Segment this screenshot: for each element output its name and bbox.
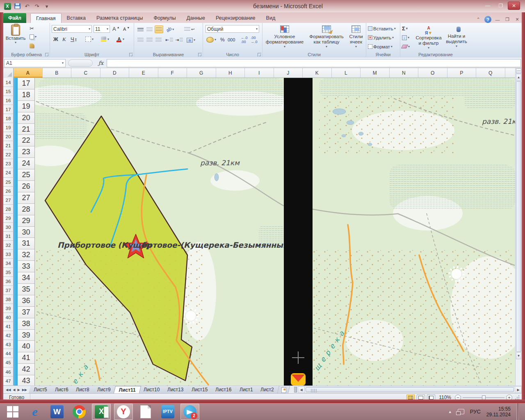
ribbon-tab[interactable]: Разметка страницы [91, 13, 148, 23]
autosum-button[interactable]: Σ▾ [401, 25, 409, 32]
collapse-ribbon-icon[interactable]: ⌃ [475, 16, 482, 23]
align-middle-button[interactable] [146, 25, 153, 33]
row-header[interactable]: 17 [3, 105, 14, 114]
name-box[interactable]: A1 ▾ [4, 59, 66, 67]
column-header[interactable]: C [71, 68, 100, 78]
row-header[interactable]: 16 [3, 96, 14, 105]
save-icon[interactable] [13, 2, 21, 10]
row-header[interactable]: 44 [3, 349, 14, 358]
decrease-indent-button[interactable]: ⇤ [164, 36, 174, 44]
row-header[interactable]: 40 [3, 313, 14, 322]
scroll-right-icon[interactable]: ▶ [515, 387, 521, 393]
doc-close-icon[interactable]: ✕ [514, 16, 521, 23]
column-header[interactable]: O [418, 68, 447, 78]
format-as-table-button[interactable]: Форматировать как таблицу ▾ [307, 25, 346, 48]
row-header[interactable]: 26 [3, 187, 14, 196]
orientation-button[interactable]: ab▾ [165, 25, 175, 33]
column-header[interactable]: I [245, 68, 274, 78]
row-header[interactable]: 15 [3, 87, 14, 96]
row-header[interactable]: 28 [3, 205, 14, 214]
row-header[interactable]: 47 [3, 377, 14, 386]
italic-button[interactable]: К [62, 35, 67, 43]
ribbon-tab[interactable]: Вид [261, 13, 281, 23]
font-size-select[interactable]: 11▾ [94, 25, 110, 33]
cell-styles-button[interactable]: Стили ячеек ▾ [347, 25, 365, 48]
horizontal-scrollbar[interactable]: ◀ ▶ [298, 386, 522, 393]
row-header[interactable]: 14 [3, 78, 14, 87]
grow-font-button[interactable]: A▲ [112, 25, 121, 33]
sheet-tab[interactable]: Лист13 [162, 386, 189, 393]
column-header[interactable]: Q [476, 68, 505, 78]
select-all-corner[interactable] [3, 68, 14, 78]
row-header[interactable]: 20 [3, 132, 14, 141]
sheet-tab[interactable]: Лист16 [210, 386, 237, 393]
sort-filter-button[interactable]: АЯ▼ Сортировка и фильтр ▾ [414, 25, 443, 50]
minimize-button[interactable]: — [482, 2, 494, 10]
column-header[interactable]: L [332, 68, 361, 78]
maximize-button[interactable]: ❐ [495, 2, 507, 10]
font-dialog-launcher[interactable] [129, 53, 133, 57]
ribbon-tab[interactable]: Рецензирование [210, 13, 261, 23]
sheet-tab[interactable]: Лист11 [114, 386, 142, 393]
row-header[interactable]: 36 [3, 277, 14, 286]
row-header[interactable]: 19 [3, 123, 14, 132]
row-header[interactable]: 46 [3, 368, 14, 377]
align-left-button[interactable] [137, 36, 144, 44]
paste-button[interactable]: Вставить ▾ [6, 25, 25, 44]
align-bottom-button[interactable] [155, 25, 163, 33]
clock[interactable]: 15:55 29.11.2024 [486, 406, 511, 418]
column-header[interactable]: M [361, 68, 390, 78]
format-painter-button[interactable] [29, 42, 35, 50]
number-dialog-launcher[interactable] [258, 53, 261, 57]
ribbon-tab[interactable]: Данные [181, 13, 210, 23]
accounting-format-button[interactable]: ▾ [205, 36, 217, 43]
scroll-left-icon[interactable]: ◀ [298, 387, 305, 393]
doc-minimize-icon[interactable]: — [494, 16, 501, 23]
sheet-tab[interactable]: Лист2 [256, 386, 279, 393]
row-header[interactable]: 21 [3, 141, 14, 150]
redo-icon[interactable]: ↷ [33, 2, 41, 10]
number-format-select[interactable]: Общий▾ [205, 25, 259, 33]
decrease-decimal-button[interactable]: .00→.0 [250, 36, 258, 43]
sheet-tab[interactable]: Лист8 [71, 386, 95, 393]
column-header[interactable]: K [303, 68, 332, 78]
bold-button[interactable]: Ж [52, 35, 59, 43]
fill-button[interactable]: ↓▾ [401, 34, 410, 41]
last-sheet-icon[interactable]: ▶▶ [21, 388, 28, 392]
insert-sheet-icon[interactable] [278, 386, 290, 393]
column-header[interactable]: J [274, 68, 303, 78]
fx-icon[interactable]: ƒx [95, 60, 107, 66]
undo-icon[interactable]: ↶ [23, 2, 31, 10]
row-header[interactable]: 35 [3, 268, 14, 277]
file-tab[interactable]: Файл [3, 13, 26, 23]
show-hidden-icons-icon[interactable]: ▲ [448, 410, 452, 414]
row-header[interactable]: 33 [3, 250, 14, 259]
taskbar-telegram[interactable]: 2 [180, 404, 199, 420]
row-header[interactable]: 41 [3, 322, 14, 331]
ribbon-tab[interactable]: Главная [30, 13, 62, 23]
row-header[interactable]: 43 [3, 340, 14, 349]
find-select-button[interactable]: Найти и выделить ▾ [444, 25, 469, 48]
column-header[interactable]: P [447, 68, 477, 78]
help-icon[interactable]: ? [484, 16, 491, 23]
row-header[interactable]: 23 [3, 159, 14, 168]
align-top-button[interactable] [137, 25, 144, 33]
column-header[interactable]: E [129, 68, 158, 78]
row-header[interactable]: 18 [3, 114, 14, 123]
row-header[interactable]: 39 [3, 304, 14, 313]
wrap-text-button[interactable]: ↩ [183, 25, 195, 33]
conditional-formatting-button[interactable]: Условное форматирование ▾ [264, 25, 305, 48]
prev-sheet-icon[interactable]: ◀ [12, 388, 16, 392]
fill-color-button[interactable]: ▾ [100, 35, 110, 43]
taskbar-excel[interactable]: X [92, 404, 111, 420]
customize-qat-icon[interactable]: ▾ [43, 2, 51, 10]
next-sheet-icon[interactable]: ▶ [16, 388, 21, 392]
map-picture[interactable]: Прибортовое (Кущер бртовое-(Кущерека-Без… [14, 78, 515, 386]
column-header[interactable]: B [43, 68, 72, 78]
percent-button[interactable]: % [219, 36, 226, 43]
horizontal-scroll-thumb[interactable] [306, 387, 514, 392]
row-header[interactable]: 29 [3, 214, 14, 223]
sheet-tab[interactable]: Лист10 [139, 386, 165, 393]
row-header[interactable]: 32 [3, 241, 14, 250]
row-header[interactable]: 34 [3, 259, 14, 268]
